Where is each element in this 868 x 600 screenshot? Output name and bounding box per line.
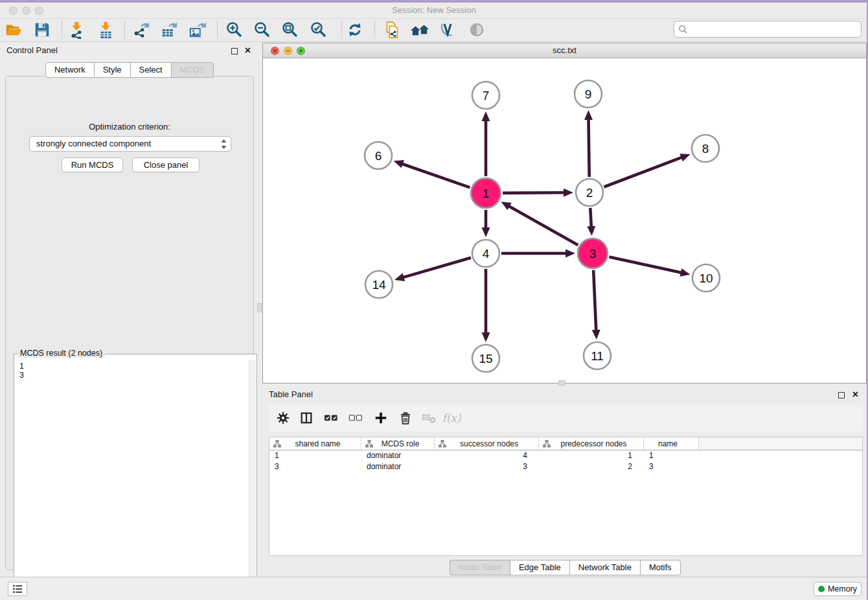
node-7[interactable]: 7	[472, 82, 499, 109]
function-builder-icon[interactable]: f(x)	[441, 408, 462, 428]
minimize-window-icon[interactable]	[22, 6, 30, 15]
search-input[interactable]	[691, 25, 857, 34]
edge-2-3[interactable]	[590, 208, 591, 228]
close-panel-icon[interactable]: ×	[245, 44, 251, 57]
node-4[interactable]: 4	[472, 240, 499, 267]
node-6[interactable]: 6	[365, 142, 392, 169]
cell-shared-name[interactable]: 1	[269, 450, 361, 461]
node-10[interactable]: 10	[692, 264, 720, 292]
column-header-MCDS-role[interactable]: MCDS role	[361, 437, 435, 450]
edge-arrowhead	[680, 268, 691, 277]
column-header-successor-nodes[interactable]: successor nodes	[435, 437, 539, 450]
edge-3-1[interactable]	[508, 205, 578, 245]
close-table-panel-icon[interactable]: ×	[852, 388, 858, 401]
export-table-icon[interactable]	[159, 20, 179, 40]
cell-successor-nodes[interactable]: 4	[435, 450, 539, 461]
hide-style-icon[interactable]	[438, 20, 457, 40]
optimization-criterion-label: Optimization criterion:	[6, 122, 253, 132]
mcds-result-text[interactable]: 1 3	[16, 360, 248, 599]
float-table-panel-icon[interactable]	[838, 392, 845, 398]
search-icon	[678, 25, 688, 34]
tab-select[interactable]: Select	[130, 62, 171, 78]
maximize-view-icon[interactable]	[297, 47, 305, 55]
show-panels-button[interactable]	[8, 582, 27, 596]
close-view-icon[interactable]	[271, 47, 279, 55]
result-scrollbar[interactable]	[249, 360, 256, 600]
memory-button[interactable]: Memory	[814, 582, 862, 596]
node-8[interactable]: 8	[692, 135, 719, 162]
refresh-icon[interactable]	[345, 20, 365, 40]
mcds-panel: Optimization criterion: strongly connect…	[5, 76, 254, 570]
node-2[interactable]: 2	[576, 179, 603, 206]
node-15[interactable]: 15	[472, 345, 499, 372]
float-panel-icon[interactable]	[231, 48, 238, 54]
run-mcds-button[interactable]: Run MCDS	[62, 157, 123, 172]
column-view-icon[interactable]	[296, 408, 317, 428]
optimization-criterion-dropdown[interactable]: strongly connected component	[29, 136, 231, 152]
import-table-icon[interactable]	[97, 20, 117, 40]
column-header-shared-name[interactable]: shared name	[269, 437, 361, 450]
cell-predecessor-nodes[interactable]: 2	[539, 461, 644, 472]
network-view-title: scc.txt	[263, 43, 866, 58]
save-session-icon[interactable]	[32, 20, 52, 40]
edge-4-14[interactable]	[402, 258, 471, 278]
column-header-name[interactable]: name	[644, 437, 699, 450]
tab-motifs[interactable]: Motifs	[640, 560, 681, 575]
delete-column-icon[interactable]	[395, 408, 416, 428]
edge-3-10[interactable]	[609, 257, 682, 273]
minimize-view-icon[interactable]	[284, 47, 292, 55]
vertical-splitter-grip[interactable]	[257, 303, 262, 312]
node-14[interactable]: 14	[365, 271, 393, 298]
tab-network-table[interactable]: Network Table	[569, 560, 640, 575]
first-neighbors-icon[interactable]	[410, 20, 429, 40]
zoom-in-icon[interactable]	[225, 20, 244, 40]
cell-shared-name[interactable]: 3	[269, 461, 361, 472]
network-canvas[interactable]: 7968124314101511	[263, 59, 866, 383]
node-11[interactable]: 11	[584, 342, 611, 369]
tab-node-table[interactable]: Node Table	[450, 560, 510, 575]
column-header-predecessor-nodes[interactable]: predecessor nodes	[539, 437, 644, 450]
cell-name[interactable]: 1	[644, 450, 699, 461]
add-column-icon[interactable]	[371, 408, 391, 428]
cell-MCDS-role[interactable]: dominator	[361, 450, 435, 461]
clone-network-icon[interactable]	[382, 20, 402, 40]
delete-table-icon[interactable]	[418, 408, 439, 428]
horizontal-splitter-grip[interactable]	[558, 380, 565, 386]
open-session-icon[interactable]	[4, 20, 23, 40]
edge-3-11[interactable]	[593, 270, 596, 332]
import-network-icon[interactable]	[68, 20, 87, 40]
unselect-all-columns-icon[interactable]	[345, 408, 366, 428]
cell-name[interactable]: 3	[644, 461, 699, 472]
zoom-out-icon[interactable]	[253, 20, 272, 40]
tab-mcds[interactable]: MCDS	[171, 62, 214, 78]
table-row[interactable]: 3dominator323	[269, 461, 862, 472]
cell-MCDS-role[interactable]: dominator	[361, 461, 435, 472]
export-image-icon[interactable]	[188, 20, 207, 40]
table-row[interactable]: 1dominator411	[269, 450, 862, 461]
close-window-icon[interactable]	[9, 6, 17, 15]
close-panel-button[interactable]: Close panel	[132, 157, 200, 172]
node-1[interactable]: 1	[471, 178, 501, 208]
node-3[interactable]: 3	[578, 238, 608, 268]
edge-2-9[interactable]	[588, 118, 589, 177]
show-hide-panels-icon[interactable]	[467, 20, 486, 40]
cell-successor-nodes[interactable]: 3	[435, 461, 539, 472]
edge-2-8[interactable]	[604, 157, 683, 187]
edge-1-2[interactable]	[503, 192, 565, 193]
zoom-window-icon[interactable]	[35, 6, 43, 15]
cell-predecessor-nodes[interactable]: 1	[539, 450, 644, 461]
export-network-icon[interactable]	[131, 20, 151, 40]
network-window-titlebar[interactable]: scc.txt	[263, 43, 866, 58]
network-graph: 7968124314101511	[263, 59, 866, 383]
tab-network[interactable]: Network	[45, 62, 94, 78]
tab-edge-table[interactable]: Edge Table	[510, 560, 569, 575]
node-9[interactable]: 9	[575, 80, 602, 108]
table-settings-icon[interactable]	[273, 408, 293, 428]
select-all-columns-icon[interactable]	[321, 408, 341, 428]
zoom-fit-icon[interactable]	[280, 20, 300, 40]
zoom-selected-icon[interactable]	[309, 20, 328, 40]
edge-1-6[interactable]	[401, 163, 470, 187]
table-panel-title: Table Panel	[269, 389, 313, 399]
tab-style[interactable]: Style	[94, 62, 130, 78]
window-title: Session: New Session	[0, 3, 868, 18]
